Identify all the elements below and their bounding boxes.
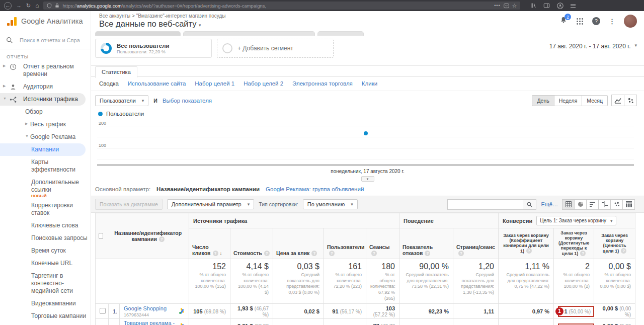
- granularity-month-button[interactable]: Месяц: [582, 95, 608, 106]
- plot-rows-button[interactable]: Показать на диаграмме: [95, 199, 163, 210]
- help-icon[interactable]: ?: [159, 236, 165, 242]
- tab-statistics[interactable]: Статистика: [95, 66, 137, 78]
- breadcrumb[interactable]: Все аккаунты > "Вмагазине"-интернет мага…: [99, 13, 559, 19]
- col-header-conv-completions[interactable]: Заказ через корзину (Достигнутые переход…: [554, 228, 594, 259]
- col-header-cpc[interactable]: Цена за клик?: [273, 228, 324, 259]
- refresh-icon[interactable]: ↻: [26, 3, 31, 9]
- campaign-link[interactable]: Товарная реклама - группа 1: [124, 320, 185, 325]
- page-title[interactable]: Все данные по веб-сайту ▾: [99, 19, 559, 29]
- help-icon[interactable]: ?: [425, 251, 430, 256]
- bookmark-star-icon[interactable]: ☆: [512, 3, 517, 9]
- granularity-week-button[interactable]: Неделя: [554, 95, 583, 106]
- home-icon[interactable]: ⌂: [35, 3, 39, 9]
- select-metric-link[interactable]: Выбор показателя: [163, 98, 212, 104]
- ga-logo-area[interactable]: Google Аналитика: [0, 11, 91, 31]
- term-cloud-view-button[interactable]: [610, 199, 623, 210]
- sidebar-search[interactable]: [0, 31, 91, 49]
- dimension-campaign[interactable]: Название/идентификатор кампании: [156, 186, 260, 192]
- library-icon[interactable]: [530, 3, 536, 9]
- sidebar-item-search-queries[interactable]: Поисковые запросы: [0, 232, 91, 245]
- apps-grid-icon[interactable]: [576, 18, 584, 25]
- table-view-button[interactable]: [562, 199, 575, 210]
- col-header-users[interactable]: Пользователи?: [324, 228, 366, 259]
- table-search-button[interactable]: [523, 199, 536, 210]
- shield-icon[interactable]: [47, 3, 52, 9]
- help-icon[interactable]: ?: [264, 251, 270, 256]
- help-icon[interactable]: ?: [592, 17, 600, 25]
- help-icon[interactable]: ?: [621, 248, 626, 254]
- goal-selector[interactable]: Цель 1: Заказ через корзину▾: [536, 216, 616, 225]
- search-input[interactable]: [20, 37, 80, 43]
- segment-all-users[interactable]: Все пользователи Пользователи: 72,20 %: [95, 39, 212, 58]
- notifications-button[interactable]: 2: [559, 16, 568, 26]
- help-icon[interactable]: ?: [213, 251, 218, 256]
- sidebar-item-all-traffic[interactable]: ▶Весь трафик: [0, 118, 91, 131]
- sidebar-item-performance-maps[interactable]: Карты эффективности: [0, 156, 91, 176]
- sidebar-item-final-urls[interactable]: Конечные URL: [0, 257, 91, 270]
- pivot-view-button[interactable]: [622, 199, 635, 210]
- add-segment-button[interactable]: + Добавить сегмент: [217, 39, 334, 58]
- sidebar-item-campaigns[interactable]: Кампании: [0, 143, 86, 156]
- tab-clicks[interactable]: Клики: [362, 80, 377, 87]
- help-icon[interactable]: ?: [458, 251, 464, 256]
- granularity-day-button[interactable]: День: [532, 95, 554, 106]
- avatar[interactable]: [624, 15, 637, 28]
- sidebar-item-search-console[interactable]: ▶Search Console: [0, 322, 91, 325]
- sidebar-item-audience[interactable]: ▶ Аудитория: [0, 80, 91, 93]
- sidebar-item-bid-adjustments[interactable]: Корректировки ставок: [0, 199, 91, 219]
- advanced-search-link[interactable]: Ещё…: [541, 201, 558, 207]
- help-icon[interactable]: ?: [580, 251, 586, 256]
- sidebar-item-sitelinks[interactable]: Дополнительные ссылкиНОВЫЙ: [0, 176, 91, 199]
- col-header-sessions[interactable]: Сеансы?: [366, 228, 399, 259]
- sidebar-item-overview[interactable]: Обзор: [0, 106, 91, 118]
- scatter-view-button[interactable]: [624, 95, 637, 106]
- dimension-column-header[interactable]: Название/идентификатор кампании?: [96, 213, 189, 259]
- forward-icon[interactable]: →: [16, 3, 22, 9]
- tab-goal-set-1[interactable]: Набор целей 1: [195, 80, 234, 87]
- url-bar[interactable]: https://analytics.google.com/analytics/w…: [43, 2, 520, 10]
- select-all-checkbox[interactable]: [99, 233, 103, 239]
- kebab-menu-icon[interactable]: ⋮: [609, 18, 615, 25]
- sidebar-toggle-icon[interactable]: [543, 3, 550, 9]
- tab-goal-set-2[interactable]: Набор целей 2: [244, 80, 283, 87]
- campaign-link[interactable]: Google Shopping: [124, 305, 185, 311]
- line-chart-view-button[interactable]: [611, 95, 624, 106]
- col-header-cost[interactable]: Стоимость?: [230, 228, 273, 259]
- help-icon[interactable]: ?: [311, 251, 317, 256]
- sidebar-item-acquisition[interactable]: ▼ Источники трафика: [0, 93, 86, 106]
- sidebar-item-hour-of-day[interactable]: Время суток: [0, 245, 91, 257]
- help-icon[interactable]: ?: [329, 251, 335, 256]
- data-point-users[interactable]: [364, 131, 368, 135]
- col-header-conv-rate[interactable]: Заказ через корзину (Коэффициент конверс…: [499, 228, 554, 259]
- comparison-view-button[interactable]: [598, 199, 611, 210]
- sort-type-selector[interactable]: По умолчанию▾: [303, 199, 358, 209]
- x-axis-band[interactable]: [97, 164, 634, 166]
- sidebar-item-google-ads[interactable]: ▼Google Реклама: [0, 131, 91, 143]
- col-header-clicks[interactable]: Число кликов?↓: [189, 228, 230, 259]
- back-icon[interactable]: ←: [4, 2, 12, 10]
- col-header-bounce[interactable]: Показатель отказов?: [399, 228, 453, 259]
- sidebar-item-realtime[interactable]: ▶ Отчет в реальном времени: [0, 60, 91, 80]
- performance-view-button[interactable]: [586, 199, 599, 210]
- pocket-icon[interactable]: [504, 3, 509, 9]
- page-actions-icon[interactable]: •••: [494, 3, 500, 8]
- tab-summary[interactable]: Сводка: [99, 80, 119, 87]
- dimension-ad-group-link[interactable]: Google Реклама: группа объявлений: [266, 186, 364, 192]
- browser-account-icon[interactable]: [557, 3, 564, 9]
- percentage-view-button[interactable]: [574, 199, 587, 210]
- help-icon[interactable]: ?: [371, 251, 377, 256]
- row-checkbox[interactable]: [100, 308, 106, 314]
- secondary-dimension-selector[interactable]: Дополнительный параметр▾: [167, 199, 254, 209]
- tab-ecommerce[interactable]: Электронная торговля: [292, 80, 353, 87]
- tab-site-usage[interactable]: Использование сайта: [128, 80, 186, 87]
- menu-icon[interactable]: [571, 3, 576, 9]
- col-header-conv-value[interactable]: Заказ через корзину (Ценность цели 1)?: [594, 228, 635, 259]
- sidebar-item-display-targeting[interactable]: Таргетинг в контекстно-медийной сети: [0, 270, 91, 297]
- sidebar-item-keywords[interactable]: Ключевые слова: [0, 219, 91, 232]
- sidebar-item-video-campaigns[interactable]: Видеокампании: [0, 297, 91, 310]
- sidebar-item-shopping-campaigns[interactable]: Торговые кампании: [0, 310, 91, 322]
- metric-selector[interactable]: Пользователи▾: [95, 95, 148, 106]
- table-search-input[interactable]: [447, 199, 523, 210]
- help-icon[interactable]: ?: [526, 248, 532, 254]
- date-range-selector[interactable]: 17 авг. 2020 г. - 17 авг. 2020 г. ▾: [549, 43, 637, 65]
